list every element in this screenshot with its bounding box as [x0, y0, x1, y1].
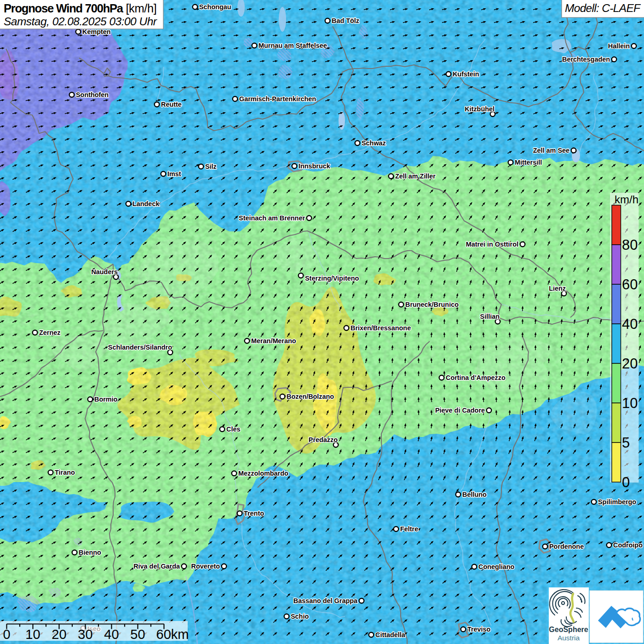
svg-text:Spilimbergo: Spilimbergo	[598, 498, 636, 506]
svg-text:km/h: km/h	[615, 193, 638, 206]
svg-text:Tirano: Tirano	[55, 469, 75, 476]
svg-text:Matrei in Osttirol: Matrei in Osttirol	[466, 241, 518, 248]
svg-text:Predazzo: Predazzo	[309, 436, 338, 443]
svg-text:Sterzing/Vipiteno: Sterzing/Vipiteno	[305, 275, 359, 282]
svg-text:Austria: Austria	[558, 634, 580, 642]
svg-text:Bruneck/Brunico: Bruneck/Brunico	[405, 301, 459, 308]
svg-text:Zell am Ziller: Zell am Ziller	[395, 172, 436, 180]
svg-text:Garmisch-Partenkirchen: Garmisch-Partenkirchen	[239, 95, 316, 103]
svg-text:Brixen/Bressanone: Brixen/Bressanone	[351, 324, 411, 332]
svg-text:Cortina d'Ampezzo: Cortina d'Ampezzo	[446, 374, 506, 381]
svg-text:Treviso: Treviso	[467, 626, 491, 633]
svg-text:Hallein: Hallein	[608, 42, 630, 50]
svg-text:Feltre: Feltre	[400, 525, 418, 533]
svg-text:Cles: Cles	[226, 426, 240, 433]
svg-text:Landeck: Landeck	[132, 200, 160, 207]
svg-text:Kufstein: Kufstein	[453, 70, 479, 78]
svg-text:Bozen/Bolzano: Bozen/Bolzano	[287, 393, 334, 400]
svg-text:Pordenone: Pordenone	[549, 543, 584, 550]
svg-text:Pieve di Cadore: Pieve di Cadore	[435, 407, 485, 414]
svg-text:20: 20	[622, 356, 638, 372]
svg-text:Kitzbühel: Kitzbühel	[465, 105, 494, 113]
svg-text:Sillian: Sillian	[480, 313, 500, 320]
svg-text:Mezzolombardo: Mezzolombardo	[238, 470, 288, 477]
svg-text:Imst: Imst	[167, 170, 181, 178]
svg-text:5: 5	[622, 435, 630, 451]
svg-text:Riva del Garda: Riva del Garda	[133, 563, 180, 570]
svg-text:Trento: Trento	[244, 510, 264, 517]
svg-text:Lienz: Lienz	[549, 285, 566, 292]
svg-text:Schio: Schio	[291, 613, 309, 620]
svg-text:50: 50	[130, 627, 145, 642]
svg-text:Bienno: Bienno	[79, 549, 101, 556]
svg-text:Schlanders/Silandro: Schlanders/Silandro	[108, 344, 172, 351]
svg-text:Innsbruck: Innsbruck	[299, 162, 331, 170]
svg-text:Cittadella: Cittadella	[375, 631, 406, 638]
svg-text:Reutte: Reutte	[161, 101, 182, 108]
svg-text:30: 30	[78, 627, 92, 642]
svg-text:60: 60	[622, 276, 638, 293]
svg-text:Mittersill: Mittersill	[515, 159, 542, 166]
svg-text:Zernez: Zernez	[39, 329, 60, 336]
svg-text:Rovereto: Rovereto	[191, 563, 220, 570]
svg-text:80: 80	[622, 237, 638, 253]
svg-text:20: 20	[52, 627, 66, 642]
svg-text:Murnau am Staffelsee: Murnau am Staffelsee	[259, 42, 327, 49]
svg-text:Codroipo: Codroipo	[613, 541, 643, 549]
svg-text:Schwaz: Schwaz	[362, 139, 386, 147]
svg-text:Sonthofen: Sonthofen	[76, 91, 109, 98]
svg-text:Bormio: Bormio	[94, 396, 118, 403]
svg-text:Bad Tölz: Bad Tölz	[332, 17, 359, 24]
svg-text:Bassano del Grappa: Bassano del Grappa	[293, 597, 358, 604]
svg-text:40: 40	[622, 316, 638, 332]
svg-text:0: 0	[3, 627, 10, 642]
svg-text:40: 40	[104, 627, 119, 642]
svg-text:Steinach am Brenner: Steinach am Brenner	[239, 214, 305, 222]
svg-text:GeoSphere: GeoSphere	[549, 626, 588, 633]
svg-text:Meran/Merano: Meran/Merano	[251, 337, 296, 345]
svg-text:Modell: C-LAEF: Modell: C-LAEF	[565, 2, 641, 14]
svg-text:Nauders: Nauders	[91, 268, 118, 276]
svg-text:Zell am See: Zell am See	[533, 147, 569, 154]
svg-text:Conegliano: Conegliano	[478, 563, 515, 570]
svg-text:Berchtesgaden: Berchtesgaden	[562, 56, 610, 63]
svg-text:Prognose Wind 700hPa [km/h]: Prognose Wind 700hPa [km/h]	[4, 2, 157, 15]
svg-text:Silz: Silz	[205, 163, 217, 170]
svg-text:Samstag, 02.08.2025 03:00 Uhr: Samstag, 02.08.2025 03:00 Uhr	[4, 15, 157, 28]
svg-text:Belluno: Belluno	[462, 491, 487, 498]
svg-text:0: 0	[622, 474, 630, 490]
svg-text:10: 10	[25, 627, 40, 642]
svg-text:60km: 60km	[156, 627, 189, 642]
svg-text:Schongau: Schongau	[199, 3, 231, 11]
svg-text:10: 10	[622, 395, 638, 411]
